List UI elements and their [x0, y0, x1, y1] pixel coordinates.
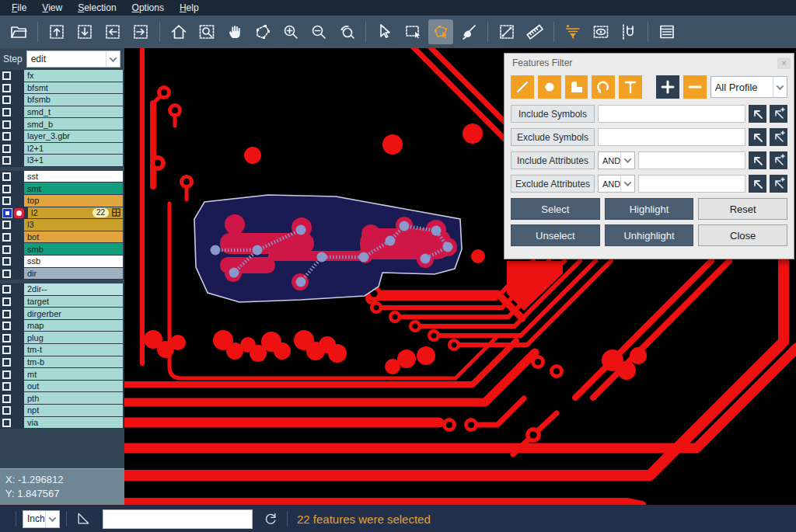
layer-checkbox[interactable]	[2, 172, 11, 181]
layer-checkbox[interactable]	[2, 71, 11, 80]
layer-checkbox[interactable]	[2, 370, 11, 379]
command-input[interactable]	[103, 509, 253, 529]
layer-row-ssb[interactable]: ssb	[0, 256, 124, 268]
layer-row-l3+1[interactable]: l3+1	[0, 155, 124, 167]
layer-row-smd_t[interactable]: smd_t	[0, 106, 124, 119]
layer-row-fx[interactable]: fx	[0, 70, 124, 82]
layer-row-smb[interactable]: smb	[0, 243, 124, 256]
layer-checkbox[interactable]	[2, 96, 11, 104]
refresh-icon[interactable]	[260, 509, 281, 528]
layer-row-l2[interactable]: l222	[0, 207, 124, 220]
clean-brush-icon[interactable]	[456, 19, 481, 44]
exclude-symbols-button[interactable]: Exclude Symbols	[511, 128, 595, 146]
menu-view[interactable]: View	[35, 1, 69, 15]
profile-select[interactable]: All Profile	[710, 76, 787, 98]
layer-row-pth[interactable]: pth	[0, 392, 124, 405]
layer-checkbox[interactable]	[2, 334, 11, 342]
layer-checkbox[interactable]	[2, 285, 11, 294]
pick-attribute-add-icon[interactable]	[770, 175, 787, 193]
minus-mode-icon[interactable]	[683, 75, 707, 99]
include-symbols-input[interactable]	[598, 105, 745, 123]
zoom-out-icon[interactable]	[306, 19, 331, 44]
layer-row-map[interactable]: map	[0, 320, 124, 332]
pick-symbol-add-icon[interactable]	[770, 128, 787, 146]
layer-row-dirgerber[interactable]: dirgerber	[0, 308, 124, 320]
layer-row-dir[interactable]: dir	[0, 268, 124, 280]
layer-row-target[interactable]: target	[0, 296, 124, 308]
zoom-previous-icon[interactable]	[334, 19, 359, 44]
layer-row-tm-t[interactable]: tm-t	[0, 344, 124, 356]
layer-row-via[interactable]: via	[0, 417, 124, 429]
layer-checkbox[interactable]	[2, 406, 11, 415]
zoom-in-icon[interactable]	[278, 19, 303, 44]
layer-checkbox[interactable]	[2, 310, 11, 318]
layer-row-layer_3.gbr[interactable]: layer_3.gbr	[0, 130, 124, 143]
layer-row-plug[interactable]: plug	[0, 332, 124, 344]
layer-row-l2+1[interactable]: l2+1	[0, 143, 124, 155]
measure-icon[interactable]	[494, 19, 519, 44]
transform-region-icon[interactable]	[250, 19, 275, 44]
panel-list-icon[interactable]	[655, 19, 679, 44]
plus-mode-icon[interactable]	[656, 75, 679, 99]
exclude-attributes-button[interactable]: Exclude Attributes	[511, 175, 595, 193]
arrow-right-box-icon[interactable]	[128, 19, 153, 44]
include-attributes-button[interactable]: Include Attributes	[511, 151, 595, 169]
layer-row-top[interactable]: top	[0, 195, 124, 207]
select-pointer-icon[interactable]	[372, 19, 397, 44]
features-filter-icon[interactable]	[560, 19, 585, 44]
layer-checkbox[interactable]	[2, 233, 11, 242]
arrow-left-box-icon[interactable]	[100, 19, 125, 44]
highlight-button[interactable]: Highlight	[605, 198, 694, 220]
text-feature-icon[interactable]	[619, 75, 642, 99]
zoom-window-icon[interactable]	[194, 19, 219, 44]
exclude-attributes-input[interactable]	[638, 175, 745, 193]
home-icon[interactable]	[166, 19, 191, 44]
unselect-button[interactable]: Unselect	[511, 224, 600, 246]
layer-row-smt[interactable]: smt	[0, 183, 124, 195]
layer-row-out[interactable]: out	[0, 381, 124, 393]
pad-feature-icon[interactable]	[538, 75, 561, 99]
close-button[interactable]: Close	[698, 224, 787, 246]
ruler-icon[interactable]	[522, 19, 547, 44]
arrow-down-box-icon[interactable]	[72, 19, 97, 44]
pick-symbol-add-icon[interactable]	[770, 105, 787, 123]
exclude-symbols-input[interactable]	[598, 128, 745, 146]
close-icon[interactable]: ×	[777, 57, 791, 69]
pick-attribute-icon[interactable]	[749, 175, 766, 193]
layer-checkbox[interactable]	[2, 185, 11, 193]
grid-icon[interactable]	[112, 208, 120, 217]
layer-row-bot[interactable]: bot	[0, 231, 124, 244]
layer-row-l3[interactable]: l3	[0, 219, 124, 231]
layer-checkbox[interactable]	[2, 269, 11, 278]
reset-button[interactable]: Reset	[698, 198, 787, 220]
pick-symbol-icon[interactable]	[749, 105, 766, 123]
layer-row-npt[interactable]: npt	[0, 405, 124, 417]
layer-checkbox[interactable]	[2, 108, 11, 116]
layer-row-bfsmb[interactable]: bfsmb	[0, 94, 124, 106]
layer-checkbox[interactable]	[2, 120, 11, 129]
layer-row-2dir--[interactable]: 2dir--	[0, 283, 124, 296]
arrow-up-box-icon[interactable]	[44, 19, 69, 44]
layer-row-tm-b[interactable]: tm-b	[0, 356, 124, 369]
layer-checkbox-checked[interactable]	[2, 208, 12, 218]
layer-row-mt[interactable]: mt	[0, 368, 124, 381]
view-eye-icon[interactable]	[588, 19, 613, 44]
pick-symbol-icon[interactable]	[749, 128, 766, 146]
rectangle-select-icon[interactable]	[400, 19, 425, 44]
layer-checkbox[interactable]	[2, 245, 11, 254]
layer-row-bfsmt[interactable]: bfsmt	[0, 82, 124, 95]
layer-row-sst[interactable]: sst	[0, 171, 124, 183]
layer-checkbox[interactable]	[2, 382, 11, 391]
layer-checkbox[interactable]	[2, 395, 11, 403]
layer-checkbox[interactable]	[2, 257, 11, 266]
layer-checkbox[interactable]	[2, 84, 11, 92]
layer-checkbox[interactable]	[2, 419, 11, 427]
layer-row-smd_b[interactable]: smd_b	[0, 118, 124, 130]
line-feature-icon[interactable]	[511, 75, 534, 99]
corner-snap-icon[interactable]	[73, 509, 93, 528]
menu-help[interactable]: Help	[173, 1, 206, 15]
surface-feature-icon[interactable]	[565, 75, 588, 99]
include-symbols-button[interactable]: Include Symbols	[511, 105, 595, 123]
layer-checkbox[interactable]	[2, 132, 11, 141]
layer-checkbox[interactable]	[2, 156, 11, 165]
